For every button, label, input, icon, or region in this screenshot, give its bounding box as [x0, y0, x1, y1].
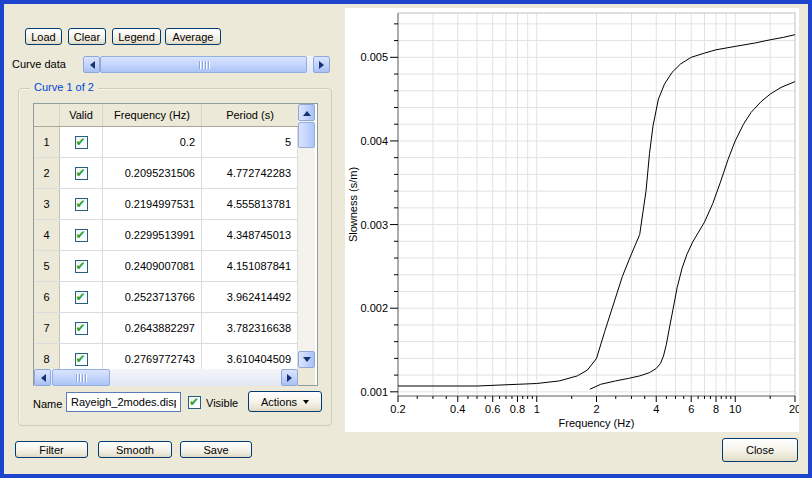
curve-data-table: Valid Frequency (Hz) Period (s) 10.2520.…	[33, 103, 318, 386]
actions-button-label: Actions	[261, 396, 297, 408]
table-vscroll-down-arrow[interactable]	[298, 351, 315, 368]
valid-cell	[60, 313, 103, 343]
frequency-cell[interactable]: 0.2194997531	[103, 189, 202, 219]
period-cell[interactable]: 3.782316638	[202, 313, 298, 343]
frequency-cell[interactable]: 0.2409007081	[103, 251, 202, 281]
visible-checkbox[interactable]	[188, 396, 201, 409]
row-number: 4	[34, 220, 60, 250]
period-cell[interactable]: 4.151087841	[202, 251, 298, 281]
table-vscroll-thumb[interactable]	[298, 122, 315, 148]
table-row: 10.25	[34, 127, 298, 158]
frequency-cell[interactable]: 0.2643882297	[103, 313, 202, 343]
table-hscroll-thumb[interactable]	[52, 369, 110, 386]
curve-selector-right-arrow[interactable]	[313, 56, 330, 73]
corner-header	[34, 104, 60, 126]
svg-text:0.8: 0.8	[510, 403, 525, 415]
legend-button-label: Legend	[118, 31, 155, 43]
name-input[interactable]	[66, 392, 181, 412]
frequency-cell[interactable]: 0.2	[103, 127, 202, 157]
row-number: 7	[34, 313, 60, 343]
table-row: 50.24090070814.151087841	[34, 251, 298, 282]
period-cell[interactable]: 4.348745013	[202, 220, 298, 250]
load-button-label: Load	[31, 31, 55, 43]
svg-text:4: 4	[653, 403, 659, 415]
close-button-label: Close	[746, 444, 774, 456]
curve-data-label: Curve data	[12, 58, 66, 70]
smooth-button[interactable]: Smooth	[98, 441, 172, 458]
save-button[interactable]: Save	[180, 441, 252, 458]
valid-cell	[60, 127, 103, 157]
valid-checkbox[interactable]	[75, 198, 88, 211]
valid-checkbox[interactable]	[75, 322, 88, 335]
valid-checkbox[interactable]	[75, 167, 88, 180]
table-row: 60.25237137663.962414492	[34, 282, 298, 313]
frequency-cell[interactable]: 0.2523713766	[103, 282, 202, 312]
table-hscroll-right-arrow[interactable]	[281, 369, 298, 386]
valid-checkbox[interactable]	[75, 136, 88, 149]
frequency-column-header[interactable]: Frequency (Hz)	[103, 104, 202, 126]
valid-checkbox[interactable]	[75, 291, 88, 304]
svg-text:0.002: 0.002	[360, 302, 388, 314]
valid-cell	[60, 282, 103, 312]
up-arrow-icon	[303, 107, 311, 116]
svg-text:0.003: 0.003	[360, 219, 388, 231]
period-cell[interactable]: 4.772742283	[202, 158, 298, 188]
legend-button[interactable]: Legend	[112, 28, 161, 45]
curve-editor-dialog: Load Clear Legend Average Curve data Cur…	[0, 0, 812, 478]
dropdown-arrow-icon	[303, 400, 309, 407]
down-arrow-icon	[303, 357, 311, 366]
table-vscroll-up-arrow[interactable]	[298, 104, 315, 121]
table-horizontal-scrollbar[interactable]	[34, 369, 298, 386]
svg-text:0.4: 0.4	[450, 403, 465, 415]
table-hscroll-left-arrow[interactable]	[34, 369, 51, 386]
svg-text:10: 10	[729, 403, 741, 415]
svg-text:0.001: 0.001	[360, 386, 388, 398]
table-body: 10.2520.20952315064.77274228330.21949975…	[34, 127, 298, 369]
filter-button[interactable]: Filter	[15, 441, 88, 458]
actions-button[interactable]: Actions	[248, 391, 322, 412]
curve-selector-left-arrow[interactable]	[83, 56, 100, 73]
table-row: 80.27697727433.610404509	[34, 344, 298, 369]
table-header-row: Valid Frequency (Hz) Period (s)	[34, 104, 298, 127]
svg-text:0.6: 0.6	[485, 403, 500, 415]
frequency-cell[interactable]: 0.2769772743	[103, 344, 202, 369]
frequency-cell[interactable]: 0.2095231506	[103, 158, 202, 188]
load-button[interactable]: Load	[25, 28, 62, 45]
dispersion-chart[interactable]: 0.20.40.60.81246810200.0010.0020.0030.00…	[345, 8, 799, 432]
row-number: 5	[34, 251, 60, 281]
valid-cell	[60, 344, 103, 369]
smooth-button-label: Smooth	[116, 444, 154, 456]
thumb-grip-icon	[199, 61, 209, 69]
valid-cell	[60, 251, 103, 281]
row-number: 8	[34, 344, 60, 369]
svg-text:2: 2	[593, 403, 599, 415]
svg-text:6: 6	[688, 403, 694, 415]
valid-checkbox[interactable]	[75, 353, 88, 366]
average-button[interactable]: Average	[165, 28, 221, 45]
valid-checkbox[interactable]	[75, 229, 88, 242]
table-vertical-scrollbar[interactable]	[298, 104, 315, 368]
left-arrow-icon	[37, 374, 46, 382]
table-row: 20.20952315064.772742283	[34, 158, 298, 189]
valid-checkbox[interactable]	[75, 260, 88, 273]
save-button-label: Save	[203, 444, 228, 456]
clear-button[interactable]: Clear	[68, 28, 106, 45]
frequency-cell[interactable]: 0.2299513991	[103, 220, 202, 250]
period-cell[interactable]: 4.555813781	[202, 189, 298, 219]
dispersion-chart-svg[interactable]: 0.20.40.60.81246810200.0010.0020.0030.00…	[345, 8, 799, 432]
visible-label: Visible	[206, 397, 238, 409]
curve-selector-scrollbar[interactable]	[83, 56, 330, 73]
close-button[interactable]: Close	[722, 438, 798, 462]
period-cell[interactable]: 5	[202, 127, 298, 157]
period-cell[interactable]: 3.610404509	[202, 344, 298, 369]
right-arrow-icon	[287, 374, 296, 382]
row-number: 3	[34, 189, 60, 219]
valid-column-header[interactable]: Valid	[60, 104, 103, 126]
curve-selector-thumb[interactable]	[100, 56, 307, 73]
row-number: 6	[34, 282, 60, 312]
period-cell[interactable]: 3.962414492	[202, 282, 298, 312]
name-label: Name	[33, 398, 62, 410]
svg-text:8: 8	[713, 403, 719, 415]
valid-cell	[60, 158, 103, 188]
period-column-header[interactable]: Period (s)	[202, 104, 298, 126]
